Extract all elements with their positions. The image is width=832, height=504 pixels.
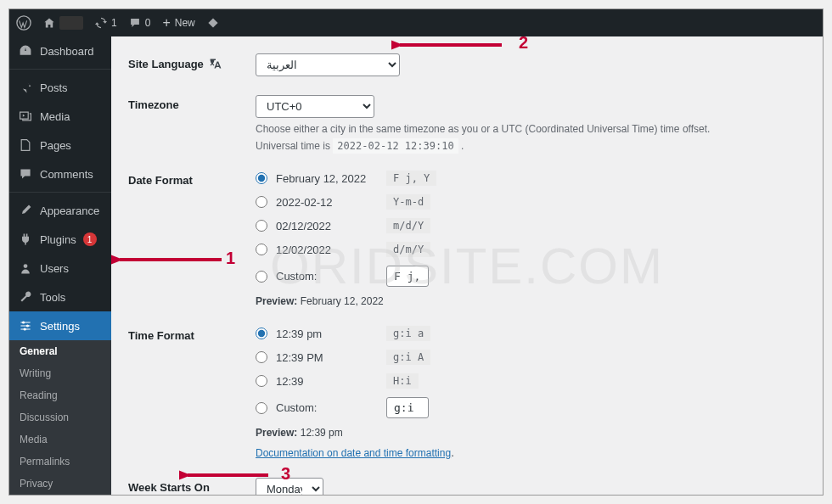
fmt-code: F j, Y [386, 171, 436, 186]
date-option-2[interactable]: 02/12/2022 m/d/Y [256, 218, 806, 233]
menu-label: Tools [40, 291, 65, 304]
submenu-litespeed[interactable]: LiteSpeed Cache [9, 495, 111, 496]
updates-icon[interactable]: 1 [95, 17, 117, 29]
menu-dashboard[interactable]: Dashboard [9, 36, 111, 65]
svg-point-3 [26, 324, 29, 327]
site-name[interactable] [43, 16, 83, 30]
menu-label: Posts [40, 81, 68, 94]
date-radio[interactable] [256, 271, 267, 283]
week-starts-label: Week Starts On [128, 478, 256, 494]
date-option-3[interactable]: 12/02/2022 d/m/Y [256, 242, 806, 257]
doc-link[interactable]: Documentation on date and time formattin… [256, 447, 451, 459]
time-preview: Preview: 12:39 pm [256, 427, 806, 439]
page-icon [18, 137, 33, 153]
time-format-label: Time Format [128, 326, 256, 342]
timezone-desc: Choose either a city in the same timezon… [256, 123, 806, 135]
annotation-num-1: 1 [226, 249, 235, 268]
admin-toolbar: 1 0 + New [9, 9, 823, 36]
submenu-reading[interactable]: Reading [9, 384, 111, 406]
site-name-blur [59, 16, 83, 30]
time-option-custom[interactable]: Custom: [256, 397, 806, 418]
fmt-code: m/d/Y [386, 218, 430, 233]
sliders-icon [18, 318, 33, 333]
date-option-1[interactable]: 2022-02-12 Y-m-d [256, 194, 806, 210]
date-option-0[interactable]: February 12, 2022 F j, Y [256, 171, 806, 186]
time-option-0[interactable]: 12:39 pm g:i a [256, 326, 806, 341]
time-radio[interactable] [256, 402, 267, 414]
time-option-1[interactable]: 12:39 PM g:i A [256, 350, 806, 365]
plug-icon [18, 232, 33, 247]
time-radio[interactable] [256, 351, 267, 363]
date-radio[interactable] [256, 196, 267, 208]
submenu-privacy[interactable]: Privacy [9, 473, 111, 495]
translate-icon [209, 57, 222, 70]
date-format-label: Date Format [128, 171, 256, 187]
brush-icon [18, 203, 33, 218]
fmt-code: g:i a [386, 326, 430, 341]
wrench-icon [18, 289, 33, 305]
svg-point-2 [22, 321, 25, 323]
menu-plugins[interactable]: Plugins 1 [9, 225, 111, 254]
site-language-label: Site Language [128, 58, 204, 70]
menu-label: Comments [40, 168, 93, 181]
universal-time: Universal time is 2022-02-12 12:39:10 . [256, 140, 806, 152]
comments-count: 0 [145, 17, 151, 29]
media-icon [18, 109, 33, 124]
updates-count: 1 [111, 17, 117, 29]
time-radio[interactable] [256, 328, 267, 339]
menu-media[interactable]: Media [9, 102, 111, 131]
fmt-code: H:i [386, 373, 419, 389]
site-language-select[interactable]: العربية [256, 53, 400, 76]
menu-label: Plugins [40, 233, 76, 246]
time-option-2[interactable]: 12:39 H:i [256, 373, 806, 389]
date-radio[interactable] [256, 172, 267, 184]
dashboard-icon [18, 43, 33, 59]
wp-logo-icon[interactable] [16, 15, 31, 31]
date-custom-input[interactable] [386, 266, 429, 287]
submenu-writing[interactable]: Writing [9, 362, 111, 384]
menu-posts[interactable]: Posts [9, 73, 111, 102]
date-radio[interactable] [256, 244, 267, 255]
pin-icon [18, 80, 33, 95]
date-radio[interactable] [256, 220, 267, 232]
menu-label: Appearance [40, 204, 99, 217]
annotation-num-2: 2 [519, 36, 528, 53]
menu-label: Dashboard [40, 45, 94, 58]
menu-appearance[interactable]: Appearance [9, 196, 111, 225]
svg-point-4 [24, 328, 26, 330]
menu-label: Users [40, 262, 69, 275]
menu-tools[interactable]: Tools [9, 283, 111, 311]
menu-label: Pages [40, 139, 71, 152]
comments-bubble[interactable]: 0 [129, 17, 151, 29]
admin-sidebar: Dashboard Posts Media Pages Comments [9, 36, 111, 495]
menu-settings[interactable]: Settings [9, 311, 111, 340]
settings-content: ORIDSITE.COM Site Language العربية Timez… [111, 36, 823, 495]
menu-comments[interactable]: Comments [9, 160, 111, 188]
time-custom-input[interactable] [386, 397, 429, 418]
menu-label: Media [40, 110, 70, 123]
menu-users[interactable]: Users [9, 254, 111, 283]
submenu-permalinks[interactable]: Permalinks [9, 451, 111, 473]
date-preview: Preview: February 12, 2022 [256, 295, 806, 307]
menu-pages[interactable]: Pages [9, 131, 111, 160]
time-radio[interactable] [256, 375, 267, 387]
fmt-code: g:i A [386, 350, 430, 365]
fmt-code: Y-m-d [386, 194, 430, 210]
diamond-icon[interactable] [207, 17, 219, 29]
utime-value: 2022-02-12 12:39:10 [333, 138, 458, 154]
timezone-label: Timezone [128, 95, 256, 111]
new-content-button[interactable]: + New [162, 15, 194, 31]
submenu-discussion[interactable]: Discussion [9, 406, 111, 428]
fmt-code: d/m/Y [386, 242, 430, 257]
date-option-custom[interactable]: Custom: [256, 266, 806, 287]
update-badge: 1 [83, 232, 97, 246]
submenu-general[interactable]: General [9, 340, 111, 362]
settings-submenu: General Writing Reading Discussion Media… [9, 340, 111, 496]
comment-icon [18, 166, 33, 182]
submenu-media[interactable]: Media [9, 428, 111, 451]
menu-label: Settings [40, 320, 80, 333]
user-icon [18, 260, 33, 276]
new-label: New [175, 17, 195, 29]
timezone-select[interactable]: UTC+0 [256, 95, 374, 118]
svg-point-0 [17, 16, 31, 30]
